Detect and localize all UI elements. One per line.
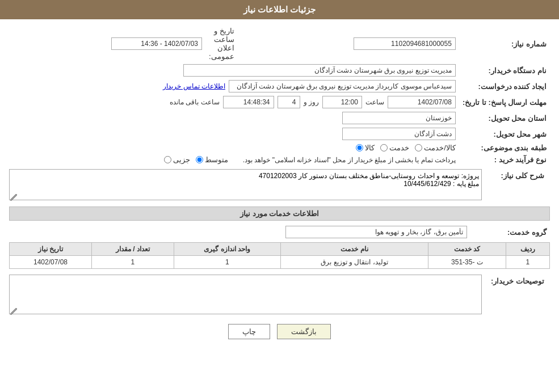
category-radio-s-input[interactable] [380, 144, 388, 151]
table-cell-name: تولید، انتقال و توزیع برق [280, 256, 428, 269]
buyer-notes-textarea[interactable] [9, 275, 482, 314]
page-header: جزئیات اطلاعات نیاز [0, 0, 559, 19]
resize-handle-desc[interactable] [10, 194, 17, 201]
info-table-top: شماره نیاز: تاریخ و ساعت اعلان عمومی: نا… [9, 25, 550, 166]
value-delivery-city [9, 126, 459, 142]
label-delivery-province: استان محل تحویل: [459, 110, 550, 126]
col-header-code: کد خدمت [428, 243, 506, 256]
announcement-datetime-input[interactable] [111, 37, 202, 50]
col-header-name: نام خدمت [280, 243, 428, 256]
reply-date-input[interactable] [388, 96, 456, 108]
value-service-group [9, 224, 470, 240]
time-label: ساعت [365, 98, 384, 106]
main-content: شماره نیاز: تاریخ و ساعت اعلان عمومی: نا… [0, 19, 559, 351]
announcement-value [9, 25, 205, 62]
purchase-type-label-medium: متوسط [205, 155, 228, 164]
table-cell-date: 1402/07/08 [10, 256, 92, 269]
category-label-service: خدمت [389, 144, 409, 152]
table-cell-code: ت -35-351 [428, 256, 506, 269]
value-delivery-province [9, 110, 459, 126]
category-radio-g-input[interactable] [356, 144, 363, 151]
general-desc-section: شرح کلی نیاز: پروژه: توسعه و احداث روستا… [9, 169, 550, 202]
announcement-label: تاریخ و ساعت اعلان عمومی: [205, 25, 240, 62]
label-reply-deadline: مهلت ارسال پاسخ: تا تاریخ: [459, 94, 550, 110]
label-need-number: شماره نیاز: [459, 25, 550, 62]
buyer-notes-section: توصیحات خریدار: [9, 275, 550, 316]
label-creator: ایجاد کننده درخواست: [459, 78, 550, 94]
services-section-title: اطلاعات خدمات مورد نیاز [9, 206, 550, 221]
label-buyer-org: نام دستگاه خریدار: [459, 62, 550, 78]
table-cell-unit: 1 [174, 256, 280, 269]
reply-days-input[interactable] [278, 96, 300, 108]
back-button[interactable]: بازگشت [277, 324, 331, 339]
label-buyer-notes: توصیحات خریدار: [482, 275, 550, 285]
buyer-notes-wrapper [9, 275, 482, 316]
print-button[interactable]: چاپ [228, 324, 270, 339]
value-buyer-org [9, 62, 459, 78]
purchase-type-medium[interactable]: متوسط [196, 155, 228, 164]
label-general-desc: شرح کلی نیاز: [482, 169, 550, 202]
remaining-label: ساعت باقی مانده [170, 98, 220, 106]
label-subject-category: طبقه بندی موضوعی: [459, 142, 550, 154]
value-reply-deadline: ساعت روز و ساعت باقی مانده [9, 94, 459, 110]
category-radio-service[interactable]: خدمت [380, 144, 409, 152]
col-header-qty: تعداد / مقدار [92, 243, 174, 256]
col-header-unit: واحد اندازه گیری [174, 243, 280, 256]
creator-contact-link[interactable]: اطلاعات تماس خریدار [163, 82, 225, 90]
purchase-type-medium-input[interactable] [196, 156, 203, 163]
creator-input[interactable] [229, 80, 456, 92]
purchase-type-minor-input[interactable] [164, 156, 171, 163]
value-need-number [240, 25, 459, 62]
category-radio-goods[interactable]: کالا [356, 144, 375, 152]
category-radio-gs-input[interactable] [415, 144, 422, 151]
table-cell-row: 1 [506, 256, 549, 269]
label-service-group: گروه خدمت: [470, 224, 550, 240]
purchase-type-notice: پرداخت تمام یا بخشی از مبلغ خریدار از مح… [243, 156, 456, 164]
page-container: جزئیات اطلاعات نیاز شماره نیاز: تاریخ و … [0, 0, 559, 392]
province-input[interactable] [342, 112, 456, 124]
value-subject-category: کالا/خدمت خدمت کالا [9, 142, 459, 154]
button-container: بازگشت چاپ [9, 324, 550, 339]
need-number-input[interactable] [354, 37, 456, 50]
services-table: ردیف کد خدمت نام خدمت واحد اندازه گیری ت… [9, 242, 550, 269]
value-creator: اطلاعات تماس خریدار [9, 78, 459, 94]
general-desc-wrapper: پروژه: توسعه و احداث روستایی-مناطق مختلف… [9, 169, 482, 202]
reply-remaining-input[interactable] [223, 96, 274, 108]
value-purchase-type: پرداخت تمام یا بخشی از مبلغ خریدار از مح… [9, 154, 459, 166]
table-row: 1ت -35-351تولید، انتقال و توزیع برق11140… [10, 256, 550, 269]
label-purchase-type: نوع فرآیند خرید : [459, 154, 550, 166]
category-label-goods-services: کالا/خدمت [424, 144, 456, 152]
category-radio-goods-services[interactable]: کالا/خدمت [415, 144, 456, 152]
buyer-org-input[interactable] [183, 64, 456, 77]
service-group-table: گروه خدمت: [9, 224, 550, 240]
category-label-goods: کالا [365, 144, 375, 152]
general-desc-textarea[interactable]: پروژه: توسعه و احداث روستایی-مناطق مختلف… [9, 169, 482, 200]
page-title: جزئیات اطلاعات نیاز [243, 5, 316, 14]
purchase-type-label-minor: جزیی [173, 155, 190, 164]
reply-time-input[interactable] [322, 96, 362, 108]
day-label: روز و [304, 98, 319, 106]
purchase-type-minor[interactable]: جزیی [164, 155, 190, 164]
resize-handle-notes[interactable] [10, 308, 17, 315]
table-cell-quantity: 1 [92, 256, 174, 269]
city-input[interactable] [342, 128, 456, 140]
service-group-input[interactable] [285, 226, 467, 238]
col-header-row: ردیف [506, 243, 549, 256]
label-delivery-city: شهر محل تحویل: [459, 126, 550, 142]
col-header-date: تاریخ نیاز [10, 243, 92, 256]
